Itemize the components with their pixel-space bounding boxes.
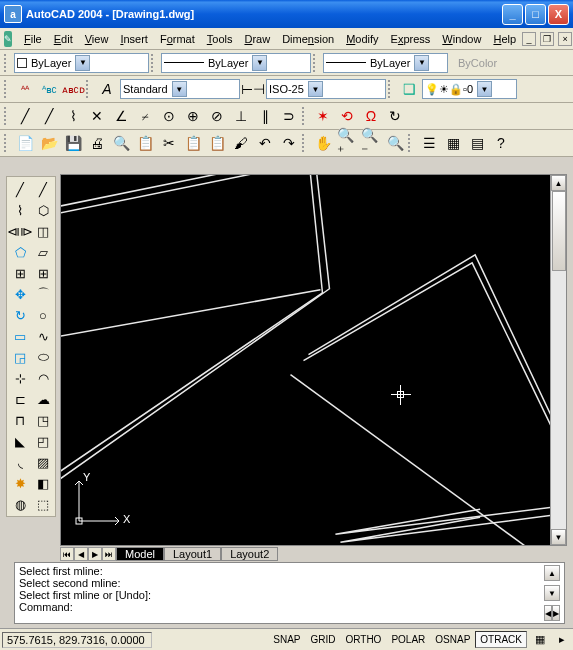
- open-button[interactable]: 📂: [38, 132, 60, 154]
- rectangle-button[interactable]: ▭: [9, 326, 31, 346]
- break-button[interactable]: ✕: [86, 105, 108, 127]
- chevron-down-icon[interactable]: ▼: [252, 55, 267, 71]
- trim-button[interactable]: ✶: [312, 105, 334, 127]
- line-button[interactable]: ╱: [9, 179, 31, 199]
- lineweight-combo[interactable]: ByLayer ▼: [323, 53, 448, 73]
- text-style-button[interactable]: ᴀʙcᴅ: [62, 78, 84, 100]
- mdi-close-button[interactable]: ×: [558, 32, 572, 46]
- toolbar-grip[interactable]: [4, 107, 9, 125]
- cmd-scroll-up-button[interactable]: ▲: [544, 565, 560, 581]
- menu-modify[interactable]: Modify: [340, 31, 384, 47]
- menu-draw[interactable]: Draw: [238, 31, 276, 47]
- hatch-button[interactable]: ▨: [32, 452, 54, 472]
- ellipse-button[interactable]: ⬭: [32, 347, 54, 367]
- menu-window[interactable]: Window: [436, 31, 487, 47]
- otrack-toggle[interactable]: OTRACK: [475, 631, 527, 648]
- tab-last-button[interactable]: ⏭: [102, 547, 116, 561]
- split-button[interactable]: ⌿: [134, 105, 156, 127]
- properties-button[interactable]: ☰: [418, 132, 440, 154]
- save-button[interactable]: 💾: [62, 132, 84, 154]
- break-at-button[interactable]: ⊓: [9, 410, 31, 430]
- rotate-button[interactable]: ↻: [9, 305, 31, 325]
- polygon-3d-button[interactable]: ⬡: [32, 200, 54, 220]
- textstyle-icon[interactable]: A: [96, 78, 118, 100]
- copy-button[interactable]: 📋: [182, 132, 204, 154]
- toolbar-grip[interactable]: [302, 107, 307, 125]
- toolpalette-button[interactable]: ▤: [466, 132, 488, 154]
- ortho-toggle[interactable]: ORTHO: [340, 631, 386, 648]
- redo-button[interactable]: ↷: [278, 132, 300, 154]
- polyline-button[interactable]: ⌇: [9, 200, 31, 220]
- angle-button[interactable]: ∠: [110, 105, 132, 127]
- layer-combo[interactable]: 💡 ☀ 🔒 ▫ 0 ▼: [422, 79, 517, 99]
- linetype-combo[interactable]: ByLayer ▼: [161, 53, 311, 73]
- spline-button[interactable]: ∿: [32, 326, 54, 346]
- print-button[interactable]: 🖨: [86, 132, 108, 154]
- scroll-thumb[interactable]: [552, 191, 566, 271]
- move-button[interactable]: ✥: [9, 284, 31, 304]
- scroll-up-button[interactable]: ▲: [551, 175, 566, 191]
- tab-layout1[interactable]: Layout1: [164, 547, 221, 561]
- tab-next-button[interactable]: ▶: [88, 547, 102, 561]
- menu-format[interactable]: Format: [154, 31, 201, 47]
- textstyle-combo[interactable]: Standard ▼: [120, 79, 240, 99]
- fillet-button[interactable]: ◟: [9, 452, 31, 472]
- tab-layout2[interactable]: Layout2: [221, 547, 278, 561]
- menu-tools[interactable]: Tools: [201, 31, 239, 47]
- circle-button[interactable]: ⊙: [158, 105, 180, 127]
- zoom-realtime-button[interactable]: 🔍⁺: [336, 132, 358, 154]
- tray-icon[interactable]: ▸: [553, 631, 571, 649]
- menu-dimension[interactable]: Dimension: [276, 31, 340, 47]
- menu-file[interactable]: File: [18, 31, 48, 47]
- polar-toggle[interactable]: POLAR: [386, 631, 430, 648]
- menu-edit[interactable]: Edit: [48, 31, 79, 47]
- color-combo[interactable]: ByLayer ▼: [14, 53, 149, 73]
- cmd-scroll-down-button[interactable]: ▼: [544, 585, 560, 601]
- vertical-scrollbar[interactable]: ▲ ▼: [550, 175, 566, 545]
- layer-manager-button[interactable]: ❑: [398, 78, 420, 100]
- menu-help[interactable]: Help: [487, 31, 522, 47]
- maximize-button[interactable]: □: [525, 4, 546, 25]
- toolbar-grip[interactable]: [86, 80, 91, 98]
- toolbar-grip[interactable]: [4, 80, 9, 98]
- pan-button[interactable]: ✋: [312, 132, 334, 154]
- explode-button[interactable]: ✸: [9, 473, 31, 493]
- cmd-scroll-right-button[interactable]: ▶: [552, 605, 560, 621]
- snap-toggle[interactable]: SNAP: [268, 631, 305, 648]
- polyline-button[interactable]: ⌇: [62, 105, 84, 127]
- menu-insert[interactable]: Insert: [114, 31, 154, 47]
- chevron-down-icon[interactable]: ▼: [477, 81, 492, 97]
- mdi-minimize-button[interactable]: _: [522, 32, 536, 46]
- command-window[interactable]: Select first mline: Select second mline:…: [14, 562, 565, 624]
- osnap-toggle[interactable]: OSNAP: [430, 631, 475, 648]
- drawing-canvas[interactable]: X Y: [61, 175, 550, 545]
- help-button[interactable]: ?: [490, 132, 512, 154]
- match-props-button[interactable]: 🖌: [230, 132, 252, 154]
- circle-center-button[interactable]: ⊕: [182, 105, 204, 127]
- grid-toggle[interactable]: GRID: [305, 631, 340, 648]
- toolbar-grip[interactable]: [313, 54, 318, 72]
- parallel-button[interactable]: ∥: [254, 105, 276, 127]
- revcloud-button[interactable]: ☁: [32, 389, 54, 409]
- menu-express[interactable]: Express: [385, 31, 437, 47]
- zoom-prev-button[interactable]: 🔍: [384, 132, 406, 154]
- cmd-scroll-left-button[interactable]: ◀: [544, 605, 552, 621]
- erase2-button[interactable]: ◍: [9, 494, 31, 514]
- toolbar-grip[interactable]: [388, 80, 393, 98]
- tab-prev-button[interactable]: ◀: [74, 547, 88, 561]
- ellipse-arc-button[interactable]: ⊃: [278, 105, 300, 127]
- toolbar-grip[interactable]: [4, 54, 9, 72]
- toolbar-grip[interactable]: [4, 134, 9, 152]
- mdi-icon[interactable]: ✎: [4, 31, 12, 47]
- array-polar-button[interactable]: ⊞: [32, 263, 54, 283]
- menu-view[interactable]: View: [79, 31, 115, 47]
- command-prompt[interactable]: Command:: [19, 601, 544, 613]
- arc-trim-button[interactable]: ⊘: [206, 105, 228, 127]
- chevron-down-icon[interactable]: ▼: [172, 81, 187, 97]
- text-find-button[interactable]: ᴬᴬ: [14, 78, 36, 100]
- chevron-down-icon[interactable]: ▼: [308, 81, 323, 97]
- dimstyle-icon[interactable]: ⊢⊣: [242, 78, 264, 100]
- extend-arc-button[interactable]: ⟲: [336, 105, 358, 127]
- offset-button[interactable]: ◫: [32, 221, 54, 241]
- refresh-button[interactable]: ↻: [384, 105, 406, 127]
